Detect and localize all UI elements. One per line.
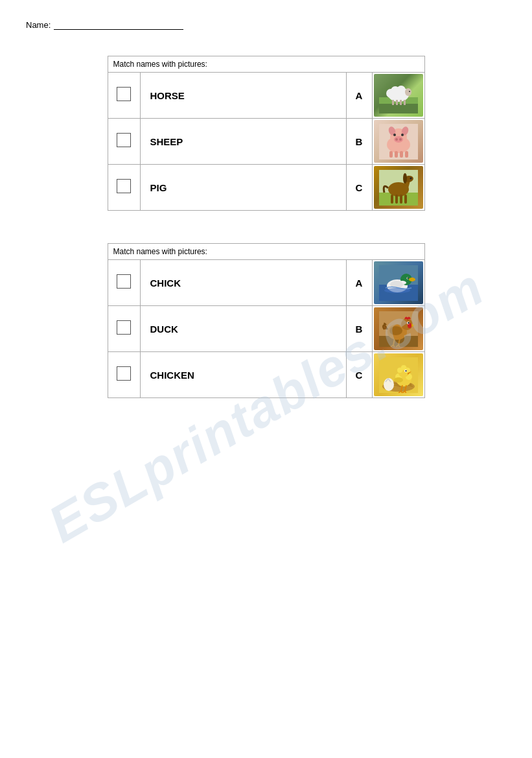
name-label: Name: (26, 20, 51, 30)
image-hen (374, 307, 423, 350)
section2-header-text: Match names with pictures: (113, 247, 207, 256)
hen-svg (379, 311, 418, 347)
animal-name-pig: PIG (150, 182, 167, 193)
checkbox-chick[interactable] (117, 274, 131, 289)
svg-rect-23 (389, 151, 393, 158)
checkbox-chicken[interactable] (117, 366, 131, 381)
svg-rect-36 (404, 195, 407, 204)
duck-svg (379, 265, 418, 301)
image-baby-chick (374, 353, 423, 396)
svg-rect-33 (391, 195, 393, 204)
svg-point-45 (407, 278, 408, 279)
name-input-line[interactable] (54, 19, 183, 30)
table-row: PIG C (108, 165, 424, 211)
image-horse (374, 166, 423, 209)
letter-a-1: A (356, 90, 363, 101)
svg-rect-10 (400, 100, 402, 105)
checkbox-horse[interactable] (117, 87, 131, 101)
svg-point-67 (401, 365, 406, 370)
table-row: CHICKEN C (108, 352, 424, 398)
baby-chick-svg (379, 357, 418, 393)
section1-header-text: Match names with pictures: (113, 60, 207, 69)
table-row: HORSE A (108, 73, 424, 119)
table-row: CHICK A (108, 260, 424, 306)
section-2: Match names with pictures: CHICK A (108, 243, 425, 398)
table-row: SHEEP B (108, 119, 424, 165)
section2-table: Match names with pictures: CHICK A (108, 243, 425, 398)
checkbox-duck[interactable] (117, 320, 131, 335)
checkbox-pig[interactable] (117, 179, 131, 193)
svg-point-70 (394, 377, 403, 383)
svg-point-12 (409, 91, 410, 92)
letter-c-1: C (356, 182, 363, 193)
checkbox-sheep[interactable] (117, 133, 131, 147)
svg-point-43 (409, 278, 415, 281)
svg-point-22 (401, 134, 404, 136)
svg-rect-25 (400, 151, 403, 158)
svg-point-55 (389, 326, 402, 335)
svg-rect-26 (405, 151, 408, 158)
letter-b-1: B (356, 136, 363, 147)
image-duck (374, 261, 423, 304)
svg-point-37 (410, 177, 411, 179)
svg-rect-8 (392, 100, 394, 105)
svg-point-32 (403, 173, 407, 184)
svg-rect-35 (400, 195, 402, 204)
letter-b-2: B (356, 324, 363, 335)
svg-point-7 (405, 88, 411, 96)
svg-point-19 (395, 138, 398, 141)
animal-name-horse: HORSE (150, 90, 185, 101)
letter-c-2: C (356, 370, 363, 381)
svg-point-69 (405, 370, 406, 371)
svg-point-54 (408, 322, 409, 323)
name-field-row: Name: (26, 19, 506, 30)
pig-svg (379, 124, 418, 160)
letter-a-2: A (356, 278, 363, 289)
animal-name-chicken: CHICKEN (150, 370, 194, 381)
svg-point-21 (393, 134, 396, 136)
svg-rect-34 (395, 195, 398, 204)
svg-point-20 (399, 138, 402, 141)
image-sheep (374, 74, 423, 117)
animal-name-chick: CHICK (150, 278, 181, 289)
sheep-svg (379, 78, 418, 113)
section-1: Match names with pictures: HORSE A (108, 56, 425, 211)
section1-table: Match names with pictures: HORSE A (108, 56, 425, 211)
table-row: DUCK B (108, 306, 424, 352)
page: Name: Match names with pictures: (0, 0, 532, 758)
section1-header-row: Match names with pictures: (108, 56, 424, 73)
svg-rect-24 (395, 151, 398, 158)
image-pig (374, 120, 423, 163)
horse-svg (379, 170, 418, 206)
section2-header-row: Match names with pictures: (108, 244, 424, 260)
animal-name-duck: DUCK (150, 324, 178, 335)
svg-rect-11 (404, 100, 406, 105)
svg-rect-9 (396, 100, 398, 105)
animal-name-sheep: SHEEP (150, 136, 183, 147)
